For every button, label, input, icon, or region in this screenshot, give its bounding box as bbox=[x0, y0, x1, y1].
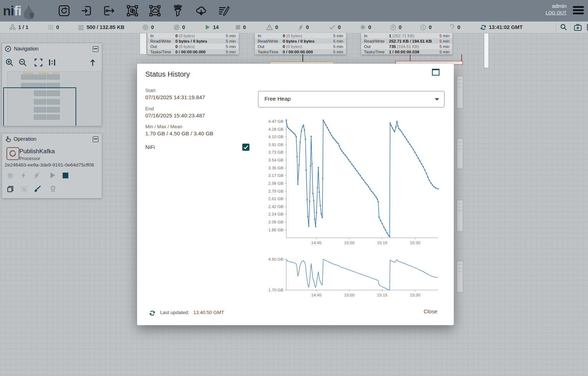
zoom-in-button[interactable] bbox=[5, 58, 14, 67]
svg-text:2.61 GB: 2.61 GB bbox=[268, 197, 284, 201]
svg-text:4.28 GB: 4.28 GB bbox=[268, 127, 284, 131]
table-row: In1 (252.71 KB)5 min bbox=[361, 33, 452, 38]
clock-status: 13:41:02 GMT bbox=[480, 21, 523, 33]
delete-button[interactable] bbox=[50, 185, 56, 192]
svg-text:1.86 GB: 1.86 GB bbox=[268, 228, 284, 232]
collapse-navigation-button[interactable] bbox=[93, 46, 98, 52]
funnel-icon[interactable] bbox=[172, 5, 184, 17]
navigation-panel: Navigation bbox=[2, 43, 102, 126]
running-icon bbox=[205, 24, 210, 30]
svg-text:15:15: 15:15 bbox=[377, 241, 388, 245]
output-port-icon[interactable] bbox=[103, 5, 115, 17]
search-icon bbox=[560, 24, 567, 31]
navigation-title: Navigation bbox=[14, 46, 39, 52]
grid-icon bbox=[48, 24, 54, 30]
svg-text:2.42 GB: 2.42 GB bbox=[268, 204, 284, 209]
remote-process-group-icon[interactable] bbox=[149, 5, 161, 17]
start-button[interactable] bbox=[49, 172, 56, 179]
table-row: Out735 (194.51 KB)5 min bbox=[361, 44, 452, 49]
svg-text:3.17 GB: 3.17 GB bbox=[268, 173, 284, 178]
status-history-dialog: Status History Start 07/16/2025 14:31:19… bbox=[137, 64, 454, 325]
copy-button[interactable] bbox=[7, 185, 14, 193]
paint-brush-icon bbox=[33, 185, 41, 193]
svg-text:2.24 GB: 2.24 GB bbox=[268, 212, 284, 216]
table-row: Out0 (0 bytes)5 min bbox=[147, 44, 239, 49]
start-label: Start bbox=[145, 88, 156, 93]
svg-text:3.35 GB: 3.35 GB bbox=[268, 166, 284, 170]
svg-text:2.98 GB: 2.98 GB bbox=[268, 181, 284, 185]
series-checkbox[interactable] bbox=[242, 144, 249, 151]
color-button[interactable] bbox=[33, 185, 41, 193]
search-button[interactable] bbox=[560, 21, 567, 33]
svg-text:15:30: 15:30 bbox=[410, 241, 421, 245]
metric-select[interactable]: Free Heap bbox=[258, 91, 444, 107]
chevron-down-icon bbox=[435, 98, 439, 101]
disable-button[interactable] bbox=[33, 172, 40, 179]
locally-modified-status: 0 bbox=[360, 21, 371, 33]
metric-selected-value: Free Heap bbox=[264, 96, 291, 102]
component-fragment bbox=[457, 200, 463, 232]
locally-modified-stale-icon bbox=[420, 24, 426, 30]
group-button[interactable] bbox=[20, 185, 28, 193]
up-to-date-icon bbox=[329, 25, 335, 30]
status-history-overview-chart[interactable]: 4.50 GB1.70 GB14:4515:0015:1515:30 bbox=[264, 256, 444, 303]
queued-status: 500 / 132.85 KB bbox=[78, 21, 125, 33]
check-icon bbox=[242, 144, 249, 151]
zoom-fit-button[interactable] bbox=[34, 58, 43, 67]
template-icon[interactable] bbox=[195, 5, 207, 17]
first-aid-button[interactable] bbox=[574, 21, 582, 33]
invalid-status: 0 bbox=[266, 21, 278, 33]
refresh-icon bbox=[480, 24, 486, 30]
table-row: Read/Write252.71 KB / 194.51 KB5 min bbox=[361, 38, 452, 44]
svg-text:3.54 GB: 3.54 GB bbox=[268, 158, 284, 162]
divider bbox=[556, 23, 556, 32]
maximize-dialog-icon[interactable] bbox=[432, 69, 439, 76]
leave-group-button[interactable] bbox=[89, 58, 96, 67]
stopped-icon bbox=[235, 25, 240, 30]
end-value: 07/16/2025 15:40:23.487 bbox=[145, 112, 205, 119]
compass-icon bbox=[5, 46, 11, 52]
collapse-operation-button[interactable] bbox=[93, 136, 98, 142]
stop-button[interactable] bbox=[62, 172, 69, 179]
last-updated-value: 13:40:50 GMT bbox=[193, 310, 224, 315]
refresh-icon bbox=[149, 310, 155, 316]
stale-status: 0 bbox=[390, 21, 402, 33]
not-transmitting-icon bbox=[174, 24, 180, 30]
svg-text:14:45: 14:45 bbox=[311, 241, 322, 245]
logout-link[interactable]: LOG OUT bbox=[545, 10, 567, 15]
clock-time: 13:41:02 GMT bbox=[489, 24, 523, 30]
svg-text:4.47 GB: 4.47 GB bbox=[268, 119, 284, 124]
process-group-icon[interactable] bbox=[126, 5, 139, 17]
not-transmitting-status: 0 bbox=[174, 21, 185, 33]
configure-button[interactable] bbox=[7, 172, 14, 179]
play-icon bbox=[49, 172, 56, 179]
component-fragment bbox=[140, 33, 147, 54]
zoom-actual-button[interactable] bbox=[48, 58, 56, 67]
processor-icon[interactable] bbox=[58, 5, 70, 17]
transmitting-status: 0 bbox=[142, 21, 154, 33]
cluster-icon bbox=[9, 24, 16, 30]
selected-component-id: 2e246483-ee9a-3de9-9191-0e64d75cff08 bbox=[5, 162, 94, 168]
refresh-button[interactable] bbox=[149, 310, 155, 316]
sync-failure-status: 0 bbox=[449, 21, 460, 33]
close-button[interactable]: Close bbox=[421, 307, 440, 316]
trash-icon bbox=[50, 185, 56, 192]
hand-pointer-icon bbox=[5, 136, 11, 142]
minimap-viewport[interactable] bbox=[3, 87, 76, 126]
input-port-icon[interactable] bbox=[81, 5, 93, 17]
grid-status: 0 bbox=[48, 21, 59, 33]
svg-text:15:00: 15:00 bbox=[344, 241, 355, 245]
transmitting-icon bbox=[142, 24, 149, 30]
stale-icon bbox=[390, 24, 396, 30]
divider bbox=[585, 23, 585, 32]
gear-icon bbox=[7, 172, 14, 179]
processor-stats-table: In0 (0 bytes)5 min Read/Write0 bytes / 0… bbox=[255, 33, 346, 54]
zoom-out-button[interactable] bbox=[19, 58, 27, 67]
app-header: nifi bbox=[0, 0, 588, 21]
nifi-drop-icon bbox=[21, 3, 37, 19]
global-menu-icon[interactable] bbox=[573, 6, 584, 15]
enable-button[interactable] bbox=[21, 172, 26, 179]
label-icon[interactable] bbox=[218, 5, 230, 17]
min-max-mean-value: 1.70 GB / 4.50 GB / 3.40 GB bbox=[145, 130, 213, 136]
disabled-icon bbox=[298, 24, 303, 30]
